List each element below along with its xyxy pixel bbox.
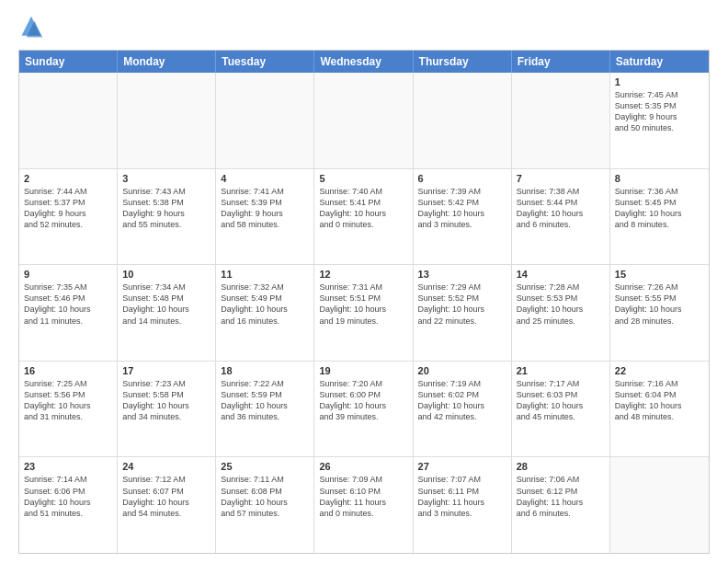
calendar-row-0: 1Sunrise: 7:45 AM Sunset: 5:35 PM Daylig… <box>19 73 709 168</box>
day-number: 15 <box>615 269 704 280</box>
weekday-header-tuesday: Tuesday <box>216 51 314 73</box>
day-cell-8: 8Sunrise: 7:36 AM Sunset: 5:45 PM Daylig… <box>610 169 709 265</box>
day-number: 18 <box>221 365 309 376</box>
day-cell-19: 19Sunrise: 7:20 AM Sunset: 6:00 PM Dayli… <box>314 362 413 457</box>
day-info: Sunrise: 7:16 AM Sunset: 6:04 PM Dayligh… <box>615 378 704 423</box>
day-number: 1 <box>615 76 704 87</box>
weekday-header-friday: Friday <box>512 51 610 73</box>
day-cell-26: 26Sunrise: 7:09 AM Sunset: 6:10 PM Dayli… <box>314 457 413 553</box>
day-cell-empty-4-6 <box>610 457 709 553</box>
day-number: 7 <box>517 173 605 184</box>
day-number: 26 <box>319 461 407 472</box>
day-cell-3: 3Sunrise: 7:43 AM Sunset: 5:38 PM Daylig… <box>118 169 216 265</box>
day-cell-14: 14Sunrise: 7:28 AM Sunset: 5:53 PM Dayli… <box>512 265 610 361</box>
day-cell-15: 15Sunrise: 7:26 AM Sunset: 5:55 PM Dayli… <box>610 265 709 361</box>
calendar-body: 1Sunrise: 7:45 AM Sunset: 5:35 PM Daylig… <box>19 73 709 553</box>
day-number: 11 <box>221 269 309 280</box>
day-cell-20: 20Sunrise: 7:19 AM Sunset: 6:02 PM Dayli… <box>414 362 512 457</box>
day-number: 8 <box>615 173 704 184</box>
day-number: 27 <box>418 461 506 472</box>
day-info: Sunrise: 7:17 AM Sunset: 6:03 PM Dayligh… <box>517 378 605 423</box>
day-info: Sunrise: 7:29 AM Sunset: 5:52 PM Dayligh… <box>418 282 506 327</box>
calendar-row-3: 16Sunrise: 7:25 AM Sunset: 5:56 PM Dayli… <box>19 361 709 457</box>
day-info: Sunrise: 7:38 AM Sunset: 5:44 PM Dayligh… <box>517 186 605 231</box>
day-info: Sunrise: 7:12 AM Sunset: 6:07 PM Dayligh… <box>122 474 210 519</box>
calendar-row-1: 2Sunrise: 7:44 AM Sunset: 5:37 PM Daylig… <box>19 168 709 265</box>
day-info: Sunrise: 7:32 AM Sunset: 5:49 PM Dayligh… <box>221 282 309 327</box>
day-number: 17 <box>122 365 210 376</box>
day-cell-12: 12Sunrise: 7:31 AM Sunset: 5:51 PM Dayli… <box>314 265 413 361</box>
day-info: Sunrise: 7:11 AM Sunset: 6:08 PM Dayligh… <box>221 474 309 519</box>
calendar: SundayMondayTuesdayWednesdayThursdayFrid… <box>18 50 710 554</box>
day-info: Sunrise: 7:39 AM Sunset: 5:42 PM Dayligh… <box>418 186 506 231</box>
day-info: Sunrise: 7:25 AM Sunset: 5:56 PM Dayligh… <box>24 378 112 423</box>
day-info: Sunrise: 7:20 AM Sunset: 6:00 PM Dayligh… <box>319 378 407 423</box>
day-number: 24 <box>122 461 210 472</box>
day-cell-24: 24Sunrise: 7:12 AM Sunset: 6:07 PM Dayli… <box>118 457 216 553</box>
day-info: Sunrise: 7:28 AM Sunset: 5:53 PM Dayligh… <box>517 282 605 327</box>
day-cell-13: 13Sunrise: 7:29 AM Sunset: 5:52 PM Dayli… <box>414 265 512 361</box>
day-cell-11: 11Sunrise: 7:32 AM Sunset: 5:49 PM Dayli… <box>216 265 314 361</box>
day-number: 3 <box>122 173 210 184</box>
day-number: 23 <box>24 461 112 472</box>
logo-icon <box>18 15 44 40</box>
day-cell-27: 27Sunrise: 7:07 AM Sunset: 6:11 PM Dayli… <box>414 457 512 553</box>
day-number: 10 <box>122 269 210 280</box>
day-cell-5: 5Sunrise: 7:40 AM Sunset: 5:41 PM Daylig… <box>314 169 413 265</box>
day-info: Sunrise: 7:34 AM Sunset: 5:48 PM Dayligh… <box>122 282 210 327</box>
day-cell-7: 7Sunrise: 7:38 AM Sunset: 5:44 PM Daylig… <box>512 169 610 265</box>
weekday-header-saturday: Saturday <box>610 51 709 73</box>
day-cell-28: 28Sunrise: 7:06 AM Sunset: 6:12 PM Dayli… <box>512 457 610 553</box>
day-info: Sunrise: 7:35 AM Sunset: 5:46 PM Dayligh… <box>24 282 112 327</box>
day-info: Sunrise: 7:23 AM Sunset: 5:58 PM Dayligh… <box>122 378 210 423</box>
page-header <box>18 15 710 40</box>
day-info: Sunrise: 7:36 AM Sunset: 5:45 PM Dayligh… <box>615 186 704 231</box>
day-cell-6: 6Sunrise: 7:39 AM Sunset: 5:42 PM Daylig… <box>414 169 512 265</box>
day-cell-empty-0-2 <box>216 73 314 168</box>
day-number: 13 <box>418 269 506 280</box>
day-cell-22: 22Sunrise: 7:16 AM Sunset: 6:04 PM Dayli… <box>610 362 709 457</box>
calendar-row-2: 9Sunrise: 7:35 AM Sunset: 5:46 PM Daylig… <box>19 264 709 361</box>
day-info: Sunrise: 7:45 AM Sunset: 5:35 PM Dayligh… <box>615 89 704 134</box>
day-number: 9 <box>24 269 112 280</box>
day-number: 20 <box>418 365 506 376</box>
day-info: Sunrise: 7:09 AM Sunset: 6:10 PM Dayligh… <box>319 474 407 519</box>
day-cell-empty-0-5 <box>512 73 610 168</box>
day-cell-empty-0-4 <box>414 73 512 168</box>
day-number: 19 <box>319 365 407 376</box>
day-info: Sunrise: 7:22 AM Sunset: 5:59 PM Dayligh… <box>221 378 309 423</box>
day-info: Sunrise: 7:31 AM Sunset: 5:51 PM Dayligh… <box>319 282 407 327</box>
day-cell-23: 23Sunrise: 7:14 AM Sunset: 6:06 PM Dayli… <box>19 457 118 553</box>
day-cell-2: 2Sunrise: 7:44 AM Sunset: 5:37 PM Daylig… <box>19 169 118 265</box>
day-cell-18: 18Sunrise: 7:22 AM Sunset: 5:59 PM Dayli… <box>216 362 314 457</box>
day-number: 25 <box>221 461 309 472</box>
day-cell-empty-0-3 <box>314 73 413 168</box>
day-info: Sunrise: 7:26 AM Sunset: 5:55 PM Dayligh… <box>615 282 704 327</box>
day-cell-empty-0-1 <box>118 73 216 168</box>
calendar-header: SundayMondayTuesdayWednesdayThursdayFrid… <box>19 51 709 73</box>
day-number: 14 <box>517 269 605 280</box>
day-info: Sunrise: 7:07 AM Sunset: 6:11 PM Dayligh… <box>418 474 506 519</box>
day-info: Sunrise: 7:40 AM Sunset: 5:41 PM Dayligh… <box>319 186 407 231</box>
weekday-header-thursday: Thursday <box>414 51 512 73</box>
day-number: 6 <box>418 173 506 184</box>
calendar-row-4: 23Sunrise: 7:14 AM Sunset: 6:06 PM Dayli… <box>19 456 709 553</box>
day-number: 4 <box>221 173 309 184</box>
day-number: 5 <box>319 173 407 184</box>
day-number: 22 <box>615 365 704 376</box>
day-cell-21: 21Sunrise: 7:17 AM Sunset: 6:03 PM Dayli… <box>512 362 610 457</box>
day-info: Sunrise: 7:19 AM Sunset: 6:02 PM Dayligh… <box>418 378 506 423</box>
day-info: Sunrise: 7:41 AM Sunset: 5:39 PM Dayligh… <box>221 186 309 231</box>
weekday-header-wednesday: Wednesday <box>314 51 413 73</box>
day-info: Sunrise: 7:44 AM Sunset: 5:37 PM Dayligh… <box>24 186 112 231</box>
logo <box>18 15 48 40</box>
day-cell-10: 10Sunrise: 7:34 AM Sunset: 5:48 PM Dayli… <box>118 265 216 361</box>
day-cell-17: 17Sunrise: 7:23 AM Sunset: 5:58 PM Dayli… <box>118 362 216 457</box>
day-number: 2 <box>24 173 112 184</box>
day-cell-4: 4Sunrise: 7:41 AM Sunset: 5:39 PM Daylig… <box>216 169 314 265</box>
day-cell-25: 25Sunrise: 7:11 AM Sunset: 6:08 PM Dayli… <box>216 457 314 553</box>
day-number: 12 <box>319 269 407 280</box>
day-cell-16: 16Sunrise: 7:25 AM Sunset: 5:56 PM Dayli… <box>19 362 118 457</box>
day-cell-empty-0-0 <box>19 73 118 168</box>
day-info: Sunrise: 7:43 AM Sunset: 5:38 PM Dayligh… <box>122 186 210 231</box>
